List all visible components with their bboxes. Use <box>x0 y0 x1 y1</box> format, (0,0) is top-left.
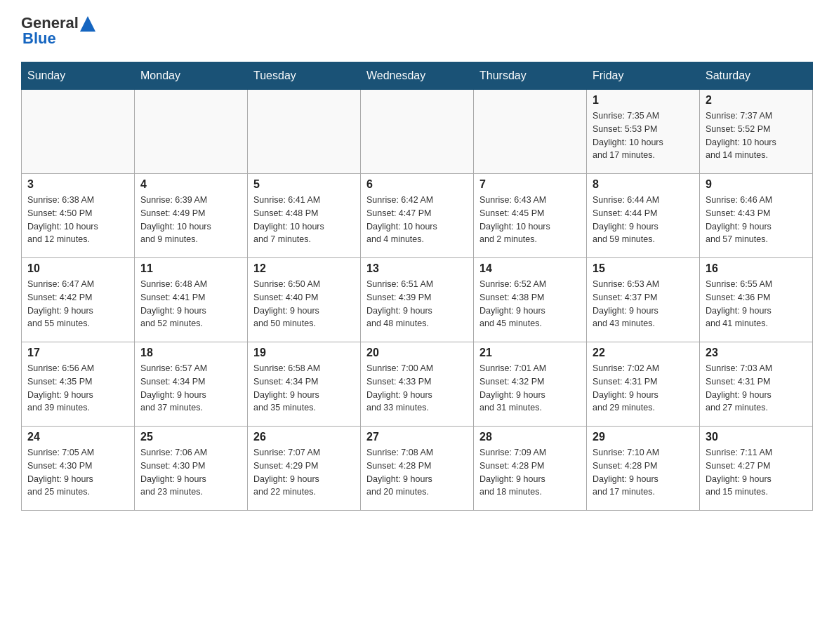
day-info: Sunrise: 6:50 AM Sunset: 4:40 PM Dayligh… <box>253 278 355 330</box>
column-header-tuesday: Tuesday <box>248 62 361 90</box>
day-info: Sunrise: 6:38 AM Sunset: 4:50 PM Dayligh… <box>27 194 128 246</box>
calendar-cell <box>474 90 587 174</box>
calendar-cell: 1Sunrise: 7:35 AM Sunset: 5:53 PM Daylig… <box>587 90 700 174</box>
day-number: 17 <box>27 347 128 359</box>
day-info: Sunrise: 6:51 AM Sunset: 4:39 PM Dayligh… <box>366 278 468 330</box>
calendar-cell <box>361 90 474 174</box>
calendar-cell: 19Sunrise: 6:58 AM Sunset: 4:34 PM Dayli… <box>248 342 361 427</box>
calendar-week-row: 24Sunrise: 7:05 AM Sunset: 4:30 PM Dayli… <box>22 427 813 511</box>
day-number: 16 <box>706 262 807 275</box>
day-info: Sunrise: 6:43 AM Sunset: 4:45 PM Dayligh… <box>479 194 581 246</box>
day-info: Sunrise: 6:57 AM Sunset: 4:34 PM Dayligh… <box>140 362 241 415</box>
day-number: 14 <box>479 262 581 275</box>
calendar-cell: 6Sunrise: 6:42 AM Sunset: 4:47 PM Daylig… <box>361 174 474 258</box>
day-number: 11 <box>140 262 241 275</box>
column-header-thursday: Thursday <box>474 62 587 90</box>
calendar-cell: 11Sunrise: 6:48 AM Sunset: 4:41 PM Dayli… <box>135 258 248 342</box>
day-number: 28 <box>479 431 581 443</box>
calendar-cell: 21Sunrise: 7:01 AM Sunset: 4:32 PM Dayli… <box>474 342 587 427</box>
day-number: 23 <box>706 347 807 359</box>
day-number: 12 <box>253 262 355 275</box>
column-header-sunday: Sunday <box>22 62 135 90</box>
day-number: 13 <box>366 262 468 275</box>
calendar-cell: 8Sunrise: 6:44 AM Sunset: 4:44 PM Daylig… <box>587 174 700 258</box>
day-info: Sunrise: 6:42 AM Sunset: 4:47 PM Dayligh… <box>366 194 468 246</box>
calendar-cell: 4Sunrise: 6:39 AM Sunset: 4:49 PM Daylig… <box>135 174 248 258</box>
calendar-cell: 2Sunrise: 7:37 AM Sunset: 5:52 PM Daylig… <box>700 90 813 174</box>
day-info: Sunrise: 6:53 AM Sunset: 4:37 PM Dayligh… <box>593 278 694 330</box>
calendar-cell: 27Sunrise: 7:08 AM Sunset: 4:28 PM Dayli… <box>361 427 474 511</box>
calendar-cell: 26Sunrise: 7:07 AM Sunset: 4:29 PM Dayli… <box>248 427 361 511</box>
calendar-cell <box>135 90 248 174</box>
day-info: Sunrise: 6:58 AM Sunset: 4:34 PM Dayligh… <box>253 362 355 415</box>
day-info: Sunrise: 7:05 AM Sunset: 4:30 PM Dayligh… <box>27 446 128 499</box>
calendar-cell: 15Sunrise: 6:53 AM Sunset: 4:37 PM Dayli… <box>587 258 700 342</box>
calendar-table: SundayMondayTuesdayWednesdayThursdayFrid… <box>21 62 813 511</box>
column-header-friday: Friday <box>587 62 700 90</box>
day-number: 10 <box>27 262 128 275</box>
day-number: 9 <box>706 178 807 191</box>
calendar-cell: 18Sunrise: 6:57 AM Sunset: 4:34 PM Dayli… <box>135 342 248 427</box>
day-number: 4 <box>140 178 241 191</box>
day-info: Sunrise: 7:06 AM Sunset: 4:30 PM Dayligh… <box>140 446 241 499</box>
day-info: Sunrise: 7:07 AM Sunset: 4:29 PM Dayligh… <box>253 446 355 499</box>
calendar-header-row: SundayMondayTuesdayWednesdayThursdayFrid… <box>22 62 813 90</box>
calendar-cell: 13Sunrise: 6:51 AM Sunset: 4:39 PM Dayli… <box>361 258 474 342</box>
calendar-cell <box>248 90 361 174</box>
day-info: Sunrise: 7:11 AM Sunset: 4:27 PM Dayligh… <box>706 446 807 499</box>
day-number: 3 <box>27 178 128 191</box>
day-info: Sunrise: 6:39 AM Sunset: 4:49 PM Dayligh… <box>140 194 241 246</box>
day-info: Sunrise: 6:56 AM Sunset: 4:35 PM Dayligh… <box>27 362 128 415</box>
calendar-cell: 30Sunrise: 7:11 AM Sunset: 4:27 PM Dayli… <box>700 427 813 511</box>
logo-blue-text: Blue <box>22 29 56 48</box>
calendar-cell: 12Sunrise: 6:50 AM Sunset: 4:40 PM Dayli… <box>248 258 361 342</box>
day-info: Sunrise: 7:10 AM Sunset: 4:28 PM Dayligh… <box>593 446 694 499</box>
day-info: Sunrise: 7:35 AM Sunset: 5:53 PM Dayligh… <box>593 109 694 162</box>
day-number: 20 <box>366 347 468 359</box>
day-number: 24 <box>27 431 128 443</box>
day-info: Sunrise: 7:03 AM Sunset: 4:31 PM Dayligh… <box>706 362 807 415</box>
calendar-week-row: 17Sunrise: 6:56 AM Sunset: 4:35 PM Dayli… <box>22 342 813 427</box>
calendar-cell <box>22 90 135 174</box>
day-number: 30 <box>706 431 807 443</box>
day-info: Sunrise: 6:47 AM Sunset: 4:42 PM Dayligh… <box>27 278 128 330</box>
day-info: Sunrise: 7:00 AM Sunset: 4:33 PM Dayligh… <box>366 362 468 415</box>
column-header-saturday: Saturday <box>700 62 813 90</box>
day-number: 18 <box>140 347 241 359</box>
logo-triangle-icon <box>80 16 95 32</box>
calendar-cell: 10Sunrise: 6:47 AM Sunset: 4:42 PM Dayli… <box>22 258 135 342</box>
day-number: 19 <box>253 347 355 359</box>
calendar-week-row: 3Sunrise: 6:38 AM Sunset: 4:50 PM Daylig… <box>22 174 813 258</box>
day-number: 7 <box>479 178 581 191</box>
calendar-cell: 28Sunrise: 7:09 AM Sunset: 4:28 PM Dayli… <box>474 427 587 511</box>
calendar-cell: 23Sunrise: 7:03 AM Sunset: 4:31 PM Dayli… <box>700 342 813 427</box>
calendar-cell: 22Sunrise: 7:02 AM Sunset: 4:31 PM Dayli… <box>587 342 700 427</box>
day-number: 1 <box>593 94 694 107</box>
calendar-cell: 16Sunrise: 6:55 AM Sunset: 4:36 PM Dayli… <box>700 258 813 342</box>
day-number: 6 <box>366 178 468 191</box>
day-info: Sunrise: 7:02 AM Sunset: 4:31 PM Dayligh… <box>593 362 694 415</box>
calendar-cell: 29Sunrise: 7:10 AM Sunset: 4:28 PM Dayli… <box>587 427 700 511</box>
day-info: Sunrise: 7:09 AM Sunset: 4:28 PM Dayligh… <box>479 446 581 499</box>
calendar-week-row: 10Sunrise: 6:47 AM Sunset: 4:42 PM Dayli… <box>22 258 813 342</box>
day-info: Sunrise: 6:48 AM Sunset: 4:41 PM Dayligh… <box>140 278 241 330</box>
day-number: 15 <box>593 262 694 275</box>
calendar-cell: 24Sunrise: 7:05 AM Sunset: 4:30 PM Dayli… <box>22 427 135 511</box>
svg-marker-0 <box>80 16 95 32</box>
day-number: 5 <box>253 178 355 191</box>
column-header-monday: Monday <box>135 62 248 90</box>
calendar-cell: 14Sunrise: 6:52 AM Sunset: 4:38 PM Dayli… <box>474 258 587 342</box>
calendar-cell: 7Sunrise: 6:43 AM Sunset: 4:45 PM Daylig… <box>474 174 587 258</box>
day-info: Sunrise: 6:44 AM Sunset: 4:44 PM Dayligh… <box>593 194 694 246</box>
day-number: 26 <box>253 431 355 443</box>
day-number: 21 <box>479 347 581 359</box>
calendar-cell: 25Sunrise: 7:06 AM Sunset: 4:30 PM Dayli… <box>135 427 248 511</box>
day-info: Sunrise: 6:41 AM Sunset: 4:48 PM Dayligh… <box>253 194 355 246</box>
calendar-week-row: 1Sunrise: 7:35 AM Sunset: 5:53 PM Daylig… <box>22 90 813 174</box>
day-info: Sunrise: 7:08 AM Sunset: 4:28 PM Dayligh… <box>366 446 468 499</box>
day-number: 27 <box>366 431 468 443</box>
day-info: Sunrise: 7:37 AM Sunset: 5:52 PM Dayligh… <box>706 109 807 162</box>
calendar-cell: 17Sunrise: 6:56 AM Sunset: 4:35 PM Dayli… <box>22 342 135 427</box>
calendar-cell: 5Sunrise: 6:41 AM Sunset: 4:48 PM Daylig… <box>248 174 361 258</box>
day-info: Sunrise: 6:52 AM Sunset: 4:38 PM Dayligh… <box>479 278 581 330</box>
